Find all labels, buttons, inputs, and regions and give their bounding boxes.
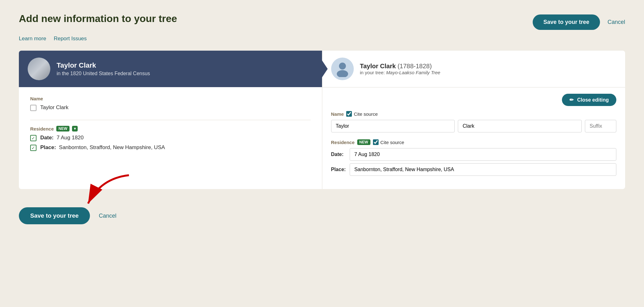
save-to-tree-button-bottom[interactable]: Save to your tree [19, 207, 90, 224]
date-input[interactable] [350, 148, 616, 161]
residence-cite-label: Cite source [380, 140, 404, 145]
date-text: 7 Aug 1820 [57, 135, 84, 141]
tree-in-your-tree-label: in your tree: [360, 70, 386, 75]
name-value-row: Taylor Clark [30, 104, 311, 111]
right-editing: Close editing Name Cite source [322, 87, 625, 189]
date-place-fields: Date: Place: [331, 148, 617, 176]
name-field-label: Name [30, 96, 311, 101]
name-cite-checkbox[interactable] [346, 111, 352, 117]
new-badge-dropdown[interactable]: ▾ [72, 126, 78, 131]
residence-section-label-row: Residence NEW Cite source [331, 139, 617, 145]
cancel-button-top[interactable]: Cancel [608, 19, 625, 25]
new-badge-right: NEW [357, 139, 370, 145]
person-silhouette-icon [334, 61, 351, 77]
page-header: Add new information to your tree Save to… [19, 13, 625, 30]
svg-point-1 [337, 70, 348, 77]
residence-cite-checkbox[interactable] [373, 139, 379, 145]
tree-person-header: Taylor Clark (1788-1828) in your tree: M… [322, 51, 625, 87]
right-panel: Taylor Clark (1788-1828) in your tree: M… [322, 51, 625, 189]
tree-avatar-silhouette [331, 58, 354, 80]
residence-label-text: Residence [30, 126, 54, 131]
name-section-title: Name [331, 111, 344, 117]
residence-section: Residence NEW Cite source Date: Place: [331, 139, 617, 176]
separator [30, 120, 311, 120]
place-key: Place: [40, 144, 56, 150]
date-value-row: ✓ Date: 7 Aug 1820 [30, 135, 311, 141]
left-data: Name Taylor Clark Residence NEW ▾ ✓ [19, 87, 322, 169]
tree-name-text: Taylor Clark [360, 63, 396, 70]
new-badge-left: NEW [56, 126, 69, 131]
date-key: Date: [40, 135, 54, 141]
date-value: Date: 7 Aug 1820 [40, 135, 84, 141]
place-checkbox[interactable]: ✓ [30, 145, 36, 151]
suffix-input[interactable] [585, 120, 616, 132]
tree-name-italic: Mayo-Laakso Family Tree [386, 70, 440, 75]
close-editing-button[interactable]: Close editing [562, 94, 616, 106]
record-avatar [28, 58, 50, 80]
residence-cite-source: Cite source [373, 139, 404, 145]
header-actions: Save to your tree Cancel [533, 14, 625, 30]
sub-links: Learn more Report Issues [19, 36, 625, 42]
tree-person-info: Taylor Clark (1788-1828) in your tree: M… [360, 63, 441, 75]
page-title: Add new information to your tree [19, 13, 177, 25]
place-text: Sanbornton, Strafford, New Hampshire, US… [59, 144, 165, 150]
tree-years-text: (1788-1828) [397, 63, 432, 70]
name-cite-source: Cite source [346, 111, 378, 117]
record-info: Taylor Clark in the 1820 United States F… [57, 61, 150, 76]
date-checkbox[interactable]: ✓ [30, 135, 36, 141]
save-to-tree-button-top[interactable]: Save to your tree [533, 14, 600, 30]
record-header: Taylor Clark in the 1820 United States F… [19, 51, 322, 87]
record-name: Taylor Clark [57, 61, 150, 70]
name-fields [331, 120, 617, 132]
cancel-button-bottom[interactable]: Cancel [99, 213, 116, 219]
pencil-icon [569, 97, 575, 103]
left-panel: Taylor Clark in the 1820 United States F… [19, 51, 322, 189]
tree-person-name: Taylor Clark (1788-1828) [360, 63, 441, 70]
main-content: Taylor Clark in the 1820 United States F… [19, 51, 625, 189]
record-source: in the 1820 United States Federal Census [57, 71, 150, 76]
name-field-group: Name Taylor Clark [30, 96, 311, 111]
bottom-actions: Save to your tree Cancel [19, 200, 625, 224]
date-label: Date: [331, 152, 346, 157]
svg-point-0 [339, 63, 346, 70]
first-name-input[interactable] [331, 120, 455, 132]
last-name-input[interactable] [458, 120, 582, 132]
report-issues-link[interactable]: Report Issues [54, 36, 87, 42]
residence-section-title: Residence [331, 140, 355, 145]
record-avatar-image [28, 58, 50, 80]
place-label: Place: [331, 167, 346, 172]
name-value: Taylor Clark [40, 104, 69, 111]
residence-field-label: Residence NEW ▾ [30, 126, 311, 131]
place-input[interactable] [350, 163, 616, 176]
name-label-text: Name [30, 96, 43, 101]
tree-person-tree: in your tree: Mayo-Laakso Family Tree [360, 70, 441, 75]
name-checkbox[interactable] [30, 105, 36, 111]
close-editing-label: Close editing [577, 97, 609, 103]
learn-more-link[interactable]: Learn more [19, 36, 46, 42]
name-section: Name Cite source [331, 111, 617, 132]
tree-avatar [331, 58, 354, 80]
name-section-label-row: Name Cite source [331, 111, 617, 117]
place-value-row: ✓ Place: Sanbornton, Strafford, New Hamp… [30, 144, 311, 151]
residence-field-group: Residence NEW ▾ ✓ Date: 7 Aug 1820 ✓ [30, 126, 311, 151]
name-cite-label: Cite source [354, 111, 378, 117]
place-value: Place: Sanbornton, Strafford, New Hampsh… [40, 144, 165, 151]
